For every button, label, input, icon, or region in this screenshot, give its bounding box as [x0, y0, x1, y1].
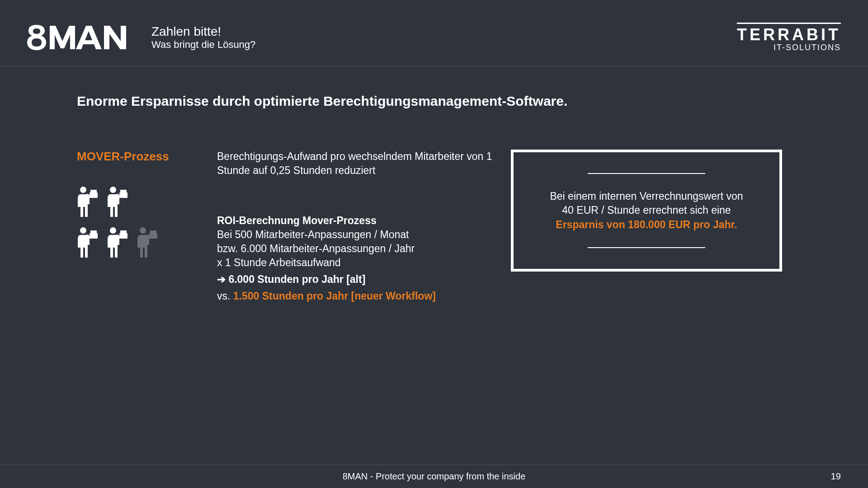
page-subtitle: Was bringt die Lösung? — [151, 39, 255, 51]
page-number: 19 — [831, 471, 841, 482]
svg-rect-11 — [120, 230, 127, 233]
roi-line-1: Bei 500 Mitarbeiter-Anpassungen / Monat — [217, 228, 497, 242]
roi-result-old: ➔ 6.000 Stunden pro Jahr [alt] — [217, 272, 497, 286]
body-row: MOVER-Prozess Berechtigungs-Aufwand pro … — [77, 150, 791, 303]
arrow-right-icon: ➔ — [217, 273, 226, 285]
roi-heading: ROI-Berechnung Mover-Prozess — [217, 214, 497, 228]
header: Zahlen bitte! Was bringt die Lösung? TER… — [0, 0, 868, 66]
svg-rect-4 — [119, 192, 127, 198]
roi-result-new: vs. 1.500 Stunden pro Jahr [neuer Workfl… — [217, 289, 497, 303]
callout-box: Bei einem internen Verrechnungswert von … — [511, 150, 782, 272]
callout-text: Bei einem internen Verrechnungswert von … — [550, 189, 743, 231]
icon-row — [77, 186, 217, 218]
terrabit-logo-text: TERRABIT — [737, 23, 841, 43]
logo-8man — [27, 25, 140, 50]
svg-point-9 — [110, 227, 116, 234]
worker-carrying-icon — [77, 227, 99, 258]
roi-result-new-text: 1.500 Stunden pro Jahr [neuer Workflow] — [233, 290, 436, 302]
roi-line-3: x 1 Stunde Arbeitsaufwand — [217, 256, 497, 270]
worker-carrying-icon — [107, 186, 128, 218]
svg-rect-5 — [120, 190, 127, 192]
content: Enorme Ersparnisse durch optimierte Bere… — [0, 66, 868, 303]
svg-rect-7 — [90, 233, 98, 239]
worker-carrying-icon — [77, 186, 99, 218]
svg-rect-1 — [90, 192, 98, 198]
icon-row — [77, 227, 217, 258]
callout-line-2: 40 EUR / Stunde errechnet sich eine — [562, 204, 731, 216]
column-right: Bei einem internen Verrechnungswert von … — [511, 150, 791, 303]
eight-man-logo-icon — [27, 25, 140, 50]
logo-terrabit: TERRABIT IT-SOLUTIONS — [737, 23, 841, 52]
column-left: MOVER-Prozess — [77, 150, 217, 303]
svg-point-12 — [140, 227, 146, 234]
svg-rect-2 — [90, 190, 97, 192]
headline: Enorme Ersparnisse durch optimierte Bere… — [77, 94, 791, 109]
worker-carrying-icon — [107, 227, 128, 258]
header-titles: Zahlen bitte! Was bringt die Lösung? — [151, 24, 255, 51]
svg-rect-10 — [119, 233, 127, 239]
worker-icons-group — [77, 186, 217, 258]
intro-text: Berechtigungs-Aufwand pro wechselndem Mi… — [217, 150, 497, 178]
callout-rule-top — [588, 173, 705, 174]
svg-rect-13 — [149, 233, 157, 239]
callout-rule-bottom — [588, 247, 705, 248]
roi-result-old-text: 6.000 Stunden pro Jahr [alt] — [228, 273, 365, 285]
callout-line-1: Bei einem internen Verrechnungswert von — [550, 190, 743, 202]
callout-highlight: Ersparnis von 180.000 EUR pro Jahr. — [556, 219, 737, 230]
vs-label: vs. — [217, 290, 230, 302]
process-title: MOVER-Prozess — [77, 150, 217, 164]
page-title: Zahlen bitte! — [151, 24, 255, 39]
svg-point-3 — [110, 187, 116, 193]
svg-point-0 — [80, 187, 86, 193]
roi-line-2: bzw. 6.000 Mitarbeiter-Anpassungen / Jah… — [217, 242, 497, 256]
svg-rect-14 — [150, 230, 156, 233]
svg-point-6 — [80, 227, 86, 234]
column-middle: Berechtigungs-Aufwand pro wechselndem Mi… — [217, 150, 497, 303]
footer-text: 8MAN - Protect your company from the ins… — [343, 471, 526, 482]
worker-carrying-muted-icon — [137, 227, 158, 258]
terrabit-logo-subtitle: IT-SOLUTIONS — [737, 43, 841, 52]
svg-rect-8 — [90, 230, 97, 233]
footer: 8MAN - Protect your company from the ins… — [0, 465, 868, 488]
